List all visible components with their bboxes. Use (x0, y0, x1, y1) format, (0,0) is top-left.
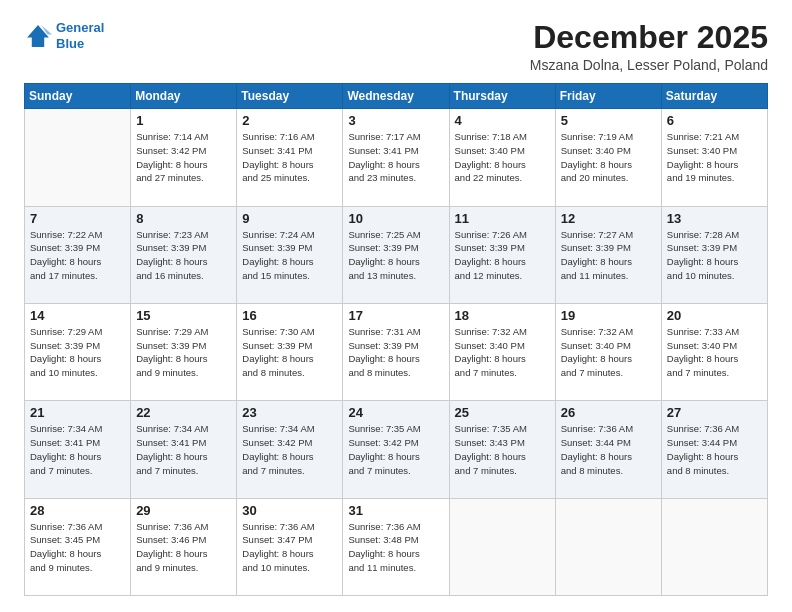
header-monday: Monday (131, 84, 237, 109)
day-info: Sunrise: 7:29 AM Sunset: 3:39 PM Dayligh… (136, 325, 231, 380)
day-number: 19 (561, 308, 656, 323)
table-row: 14Sunrise: 7:29 AM Sunset: 3:39 PM Dayli… (25, 303, 131, 400)
day-number: 30 (242, 503, 337, 518)
header-tuesday: Tuesday (237, 84, 343, 109)
day-info: Sunrise: 7:30 AM Sunset: 3:39 PM Dayligh… (242, 325, 337, 380)
table-row: 12Sunrise: 7:27 AM Sunset: 3:39 PM Dayli… (555, 206, 661, 303)
table-row: 1Sunrise: 7:14 AM Sunset: 3:42 PM Daylig… (131, 109, 237, 206)
month-title: December 2025 (530, 20, 768, 55)
day-number: 24 (348, 405, 443, 420)
day-number: 5 (561, 113, 656, 128)
table-row: 13Sunrise: 7:28 AM Sunset: 3:39 PM Dayli… (661, 206, 767, 303)
table-row: 21Sunrise: 7:34 AM Sunset: 3:41 PM Dayli… (25, 401, 131, 498)
logo-icon (24, 22, 52, 50)
day-info: Sunrise: 7:14 AM Sunset: 3:42 PM Dayligh… (136, 130, 231, 185)
day-info: Sunrise: 7:36 AM Sunset: 3:45 PM Dayligh… (30, 520, 125, 575)
table-row: 20Sunrise: 7:33 AM Sunset: 3:40 PM Dayli… (661, 303, 767, 400)
table-row: 25Sunrise: 7:35 AM Sunset: 3:43 PM Dayli… (449, 401, 555, 498)
day-number: 4 (455, 113, 550, 128)
day-info: Sunrise: 7:35 AM Sunset: 3:42 PM Dayligh… (348, 422, 443, 477)
day-number: 28 (30, 503, 125, 518)
table-row (25, 109, 131, 206)
table-row (555, 498, 661, 595)
calendar-week-row: 7Sunrise: 7:22 AM Sunset: 3:39 PM Daylig… (25, 206, 768, 303)
day-number: 20 (667, 308, 762, 323)
location: Mszana Dolna, Lesser Poland, Poland (530, 57, 768, 73)
day-number: 1 (136, 113, 231, 128)
header-wednesday: Wednesday (343, 84, 449, 109)
day-info: Sunrise: 7:19 AM Sunset: 3:40 PM Dayligh… (561, 130, 656, 185)
logo-blue: Blue (56, 36, 84, 51)
day-info: Sunrise: 7:23 AM Sunset: 3:39 PM Dayligh… (136, 228, 231, 283)
calendar-week-row: 1Sunrise: 7:14 AM Sunset: 3:42 PM Daylig… (25, 109, 768, 206)
day-info: Sunrise: 7:35 AM Sunset: 3:43 PM Dayligh… (455, 422, 550, 477)
day-info: Sunrise: 7:34 AM Sunset: 3:42 PM Dayligh… (242, 422, 337, 477)
day-info: Sunrise: 7:36 AM Sunset: 3:48 PM Dayligh… (348, 520, 443, 575)
day-number: 9 (242, 211, 337, 226)
logo: General Blue (24, 20, 104, 51)
day-number: 13 (667, 211, 762, 226)
day-info: Sunrise: 7:16 AM Sunset: 3:41 PM Dayligh… (242, 130, 337, 185)
table-row: 9Sunrise: 7:24 AM Sunset: 3:39 PM Daylig… (237, 206, 343, 303)
table-row: 19Sunrise: 7:32 AM Sunset: 3:40 PM Dayli… (555, 303, 661, 400)
table-row: 4Sunrise: 7:18 AM Sunset: 3:40 PM Daylig… (449, 109, 555, 206)
calendar-header-row: Sunday Monday Tuesday Wednesday Thursday… (25, 84, 768, 109)
day-number: 17 (348, 308, 443, 323)
table-row: 8Sunrise: 7:23 AM Sunset: 3:39 PM Daylig… (131, 206, 237, 303)
table-row: 29Sunrise: 7:36 AM Sunset: 3:46 PM Dayli… (131, 498, 237, 595)
table-row: 7Sunrise: 7:22 AM Sunset: 3:39 PM Daylig… (25, 206, 131, 303)
day-info: Sunrise: 7:34 AM Sunset: 3:41 PM Dayligh… (136, 422, 231, 477)
table-row: 6Sunrise: 7:21 AM Sunset: 3:40 PM Daylig… (661, 109, 767, 206)
day-number: 11 (455, 211, 550, 226)
table-row (449, 498, 555, 595)
logo-general: General (56, 20, 104, 35)
day-number: 14 (30, 308, 125, 323)
day-info: Sunrise: 7:24 AM Sunset: 3:39 PM Dayligh… (242, 228, 337, 283)
day-number: 15 (136, 308, 231, 323)
calendar-table: Sunday Monday Tuesday Wednesday Thursday… (24, 83, 768, 596)
table-row: 30Sunrise: 7:36 AM Sunset: 3:47 PM Dayli… (237, 498, 343, 595)
day-info: Sunrise: 7:32 AM Sunset: 3:40 PM Dayligh… (455, 325, 550, 380)
header-saturday: Saturday (661, 84, 767, 109)
day-number: 16 (242, 308, 337, 323)
day-number: 22 (136, 405, 231, 420)
day-number: 25 (455, 405, 550, 420)
day-number: 18 (455, 308, 550, 323)
table-row: 16Sunrise: 7:30 AM Sunset: 3:39 PM Dayli… (237, 303, 343, 400)
day-info: Sunrise: 7:32 AM Sunset: 3:40 PM Dayligh… (561, 325, 656, 380)
day-number: 6 (667, 113, 762, 128)
logo-text: General Blue (56, 20, 104, 51)
table-row: 18Sunrise: 7:32 AM Sunset: 3:40 PM Dayli… (449, 303, 555, 400)
day-info: Sunrise: 7:29 AM Sunset: 3:39 PM Dayligh… (30, 325, 125, 380)
day-info: Sunrise: 7:33 AM Sunset: 3:40 PM Dayligh… (667, 325, 762, 380)
day-number: 23 (242, 405, 337, 420)
calendar-week-row: 21Sunrise: 7:34 AM Sunset: 3:41 PM Dayli… (25, 401, 768, 498)
header: General Blue December 2025 Mszana Dolna,… (24, 20, 768, 73)
table-row: 3Sunrise: 7:17 AM Sunset: 3:41 PM Daylig… (343, 109, 449, 206)
day-info: Sunrise: 7:36 AM Sunset: 3:44 PM Dayligh… (561, 422, 656, 477)
day-info: Sunrise: 7:25 AM Sunset: 3:39 PM Dayligh… (348, 228, 443, 283)
day-number: 3 (348, 113, 443, 128)
day-info: Sunrise: 7:34 AM Sunset: 3:41 PM Dayligh… (30, 422, 125, 477)
table-row: 26Sunrise: 7:36 AM Sunset: 3:44 PM Dayli… (555, 401, 661, 498)
day-info: Sunrise: 7:17 AM Sunset: 3:41 PM Dayligh… (348, 130, 443, 185)
table-row: 31Sunrise: 7:36 AM Sunset: 3:48 PM Dayli… (343, 498, 449, 595)
day-info: Sunrise: 7:22 AM Sunset: 3:39 PM Dayligh… (30, 228, 125, 283)
day-number: 12 (561, 211, 656, 226)
day-number: 8 (136, 211, 231, 226)
day-info: Sunrise: 7:27 AM Sunset: 3:39 PM Dayligh… (561, 228, 656, 283)
table-row: 23Sunrise: 7:34 AM Sunset: 3:42 PM Dayli… (237, 401, 343, 498)
table-row: 10Sunrise: 7:25 AM Sunset: 3:39 PM Dayli… (343, 206, 449, 303)
header-friday: Friday (555, 84, 661, 109)
svg-marker-0 (27, 25, 49, 47)
day-info: Sunrise: 7:21 AM Sunset: 3:40 PM Dayligh… (667, 130, 762, 185)
day-info: Sunrise: 7:36 AM Sunset: 3:46 PM Dayligh… (136, 520, 231, 575)
day-number: 31 (348, 503, 443, 518)
day-number: 29 (136, 503, 231, 518)
table-row: 11Sunrise: 7:26 AM Sunset: 3:39 PM Dayli… (449, 206, 555, 303)
day-info: Sunrise: 7:36 AM Sunset: 3:44 PM Dayligh… (667, 422, 762, 477)
table-row: 24Sunrise: 7:35 AM Sunset: 3:42 PM Dayli… (343, 401, 449, 498)
table-row: 5Sunrise: 7:19 AM Sunset: 3:40 PM Daylig… (555, 109, 661, 206)
day-number: 26 (561, 405, 656, 420)
day-info: Sunrise: 7:18 AM Sunset: 3:40 PM Dayligh… (455, 130, 550, 185)
